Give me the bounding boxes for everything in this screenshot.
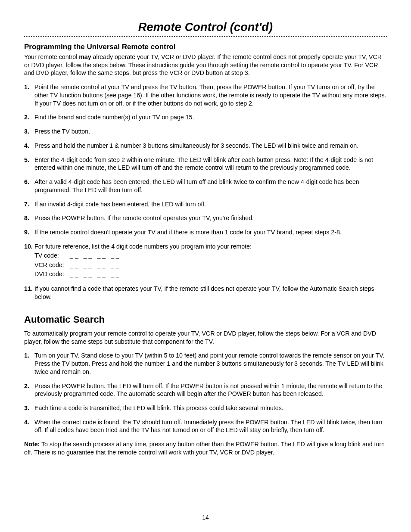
intro-pre: Your remote control — [24, 53, 79, 60]
section2-intro: To automatically program your remote con… — [24, 330, 387, 345]
code-blanks: TV code: __ __ __ __ VCR code: __ __ __ … — [34, 251, 387, 279]
list-item: 9.If the remote control doesn't operate … — [24, 228, 387, 236]
step-body: After a valid 4-digit code has been ente… — [34, 178, 387, 194]
title-divider — [24, 36, 387, 37]
step-body: Press the POWER button. If the remote co… — [34, 214, 387, 222]
step-body: Press and hold the number 1 & number 3 b… — [34, 142, 387, 150]
step-number: 10. — [24, 243, 34, 279]
step-number: 1. — [24, 352, 34, 376]
step-number: 1. — [24, 83, 34, 107]
step-body: Each time a code is transmitted, the LED… — [34, 404, 387, 412]
tv-code-row: TV code: __ __ __ __ — [34, 251, 387, 260]
section1-steps: 1.Point the remote control at your TV an… — [24, 83, 387, 301]
step-body: Find the brand and code number(s) of you… — [34, 113, 387, 121]
section2-steps: 1.Turn on your TV. Stand close to your T… — [24, 352, 387, 434]
step-body: When the correct code is found, the TV s… — [34, 418, 387, 434]
vcr-code-blanks: __ __ __ __ — [70, 261, 121, 270]
step-number: 9. — [24, 228, 34, 236]
list-item: 10. For future reference, list the 4 dig… — [24, 243, 387, 279]
intro-may: may — [79, 53, 91, 60]
tv-code-label: TV code: — [34, 251, 67, 260]
step-body: If the remote control doesn't operate yo… — [34, 228, 387, 236]
list-item: 2.Find the brand and code number(s) of y… — [24, 113, 387, 121]
list-item: 8.Press the POWER button. If the remote … — [24, 214, 387, 222]
list-item: 3.Press the TV button. — [24, 128, 387, 136]
list-item: 5.Enter the 4-digit code from step 2 wit… — [24, 156, 387, 172]
page-title: Remote Control (cont'd) — [24, 21, 387, 34]
step-number: 11. — [24, 285, 34, 301]
step-body: For future reference, list the 4 digit c… — [34, 243, 387, 279]
step-number: 4. — [24, 142, 34, 150]
dvd-code-blanks: __ __ __ __ — [70, 270, 121, 279]
step-number: 7. — [24, 200, 34, 208]
step10-lead: For future reference, list the 4 digit c… — [34, 243, 252, 250]
step-number: 2. — [24, 113, 34, 121]
step-body: Turn on your TV. Stand close to your TV … — [34, 352, 387, 376]
step-body: Point the remote control at your TV and … — [34, 83, 387, 107]
list-item: 1.Point the remote control at your TV an… — [24, 83, 387, 107]
section-heading-automatic-search: Automatic Search — [24, 314, 387, 325]
step-number: 2. — [24, 382, 34, 398]
section1-intro: Your remote control may already operate … — [24, 53, 387, 77]
list-item: 4.When the correct code is found, the TV… — [24, 418, 387, 434]
step-body: Press the POWER button. The LED will tur… — [34, 382, 387, 398]
step-body: If an invalid 4-digit code has been ente… — [34, 200, 387, 208]
section2-note: Note: To stop the search process at any … — [24, 440, 387, 456]
section-heading-programming: Programming the Universal Remote control — [24, 43, 387, 51]
step-number: 8. — [24, 214, 34, 222]
step-number: 6. — [24, 178, 34, 194]
list-item: 2.Press the POWER button. The LED will t… — [24, 382, 387, 398]
manual-page: Remote Control (cont'd) Programming the … — [0, 0, 411, 532]
note-body: To stop the search process at any time, … — [24, 441, 385, 456]
step-number: 3. — [24, 404, 34, 412]
tv-code-blanks: __ __ __ __ — [70, 251, 121, 260]
step-number: 3. — [24, 128, 34, 136]
vcr-code-row: VCR code: __ __ __ __ — [34, 261, 387, 270]
list-item: 7.If an invalid 4-digit code has been en… — [24, 200, 387, 208]
step-number: 5. — [24, 156, 34, 172]
step-body: If you cannot find a code that operates … — [34, 285, 387, 301]
step-body: Press the TV button. — [34, 128, 387, 136]
vcr-code-label: VCR code: — [34, 261, 67, 270]
list-item: 1.Turn on your TV. Stand close to your T… — [24, 352, 387, 376]
step-body: Enter the 4-digit code from step 2 withi… — [34, 156, 387, 172]
list-item: 4.Press and hold the number 1 & number 3… — [24, 142, 387, 150]
dvd-code-row: DVD code: __ __ __ __ — [34, 270, 387, 279]
list-item: 3.Each time a code is transmitted, the L… — [24, 404, 387, 412]
list-item: 6.After a valid 4-digit code has been en… — [24, 178, 387, 194]
step-number: 4. — [24, 418, 34, 434]
dvd-code-label: DVD code: — [34, 270, 67, 279]
note-label: Note: — [24, 441, 40, 448]
list-item: 11.If you cannot find a code that operat… — [24, 285, 387, 301]
page-number: 14 — [0, 514, 411, 521]
